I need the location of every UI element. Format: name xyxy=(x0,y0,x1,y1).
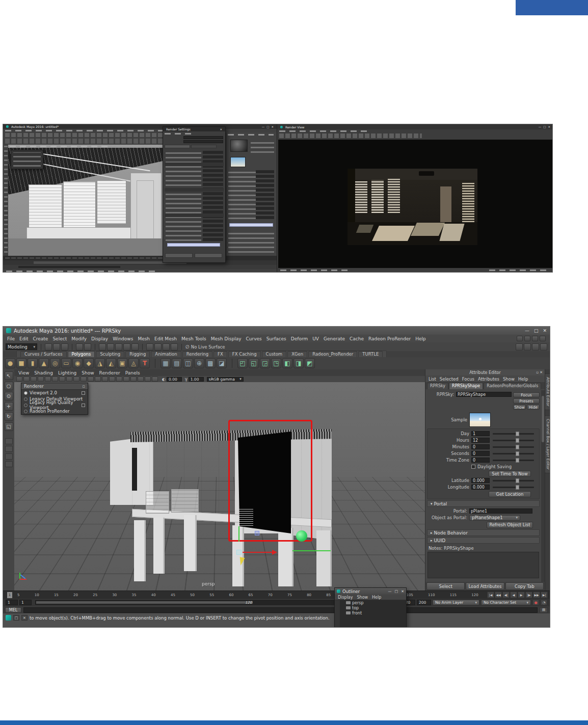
section-header-placeholder[interactable] xyxy=(165,163,224,166)
viewport-toolbar-icon[interactable] xyxy=(81,377,87,382)
render-using-field[interactable] xyxy=(183,140,223,143)
menu-item[interactable]: Surfaces xyxy=(266,336,286,341)
time-slider-placeholder[interactable] xyxy=(3,256,277,260)
column[interactable] xyxy=(134,520,146,581)
section-header-placeholder[interactable] xyxy=(165,213,224,217)
menu-item[interactable]: Modify xyxy=(71,336,87,341)
viewport-toolbar-icon[interactable] xyxy=(45,377,51,382)
refresh-object-list-button[interactable]: Refresh Object List xyxy=(487,522,533,528)
show-button[interactable]: Show xyxy=(513,405,526,410)
playback-button[interactable]: ▶▶ xyxy=(533,592,540,598)
window-controls[interactable]: —□✕ xyxy=(539,125,550,128)
outliner-titlebar[interactable]: Outliner —□✕ xyxy=(335,588,406,595)
tool-icon[interactable]: ↖ xyxy=(5,371,13,380)
shelf-icon[interactable]: ▣ xyxy=(117,358,127,368)
shelf-icon[interactable]: ■ xyxy=(16,358,26,368)
cabinet[interactable] xyxy=(97,180,126,224)
shelf-icon[interactable]: ▩ xyxy=(205,358,216,368)
outliner-menu-item[interactable]: Display xyxy=(338,595,353,600)
tab-radeonprorenderglobals[interactable]: RadeonProRenderGlobals xyxy=(484,383,541,389)
attribute-slider[interactable] xyxy=(493,433,534,435)
manipulator-y-axis[interactable] xyxy=(238,526,239,542)
menu-item[interactable]: Cache xyxy=(350,336,364,341)
viewport-toolbar-icon[interactable] xyxy=(88,377,94,382)
shelf-icon[interactable]: ◲ xyxy=(260,358,270,368)
playback-start-field[interactable]: 1 xyxy=(19,600,32,605)
viewport[interactable] xyxy=(8,145,164,256)
command-line-placeholder[interactable] xyxy=(3,265,277,269)
playback-button[interactable]: ◀◀ xyxy=(495,592,502,598)
shelf-icon[interactable]: ◪ xyxy=(217,358,227,368)
shelf-tab[interactable]: Custom xyxy=(262,351,287,357)
panel-header-buttons[interactable]: ▫ ✕ xyxy=(536,370,543,374)
cabinet[interactable] xyxy=(63,181,96,229)
shelf-icon[interactable]: ◩ xyxy=(305,358,315,368)
viewport-toolbar-icon[interactable] xyxy=(16,377,22,382)
attribute-slider[interactable] xyxy=(493,480,534,481)
window-controls[interactable]: —□✕ xyxy=(262,125,274,128)
character-set-dropdown[interactable]: No Character Set▾ xyxy=(481,600,531,605)
viewport-toolbar-icon[interactable] xyxy=(95,377,101,382)
daylight-saving-checkbox[interactable] xyxy=(471,465,475,469)
load-attributes-button[interactable]: Load Attributes xyxy=(466,582,504,590)
tab-rprskyshape[interactable]: RPRSkyShape xyxy=(449,383,483,389)
playback-button[interactable]: ◀| xyxy=(502,592,510,598)
statusline-icon[interactable] xyxy=(154,343,162,351)
layout-button[interactable] xyxy=(5,461,13,467)
menubar-icon[interactable] xyxy=(524,336,530,341)
object-as-portal-dropdown[interactable]: pPlaneShape1▾ xyxy=(469,515,520,521)
shelf-icon[interactable]: ◳ xyxy=(271,358,281,368)
menu-item[interactable]: Windows xyxy=(113,336,133,341)
menu-item[interactable]: Display xyxy=(91,336,108,341)
attribute-slider[interactable] xyxy=(493,453,534,454)
shelf-icon[interactable]: ◧ xyxy=(282,358,292,368)
attribute-value-field[interactable]: 0 xyxy=(471,458,490,463)
viewport-toolbar-icon[interactable] xyxy=(145,377,151,382)
shelf-icon[interactable]: ◎ xyxy=(50,358,60,368)
menubar-icon[interactable] xyxy=(540,336,546,341)
menu-item[interactable]: File xyxy=(7,336,15,341)
gamma-field[interactable]: 1.00 xyxy=(189,377,204,382)
attribute-value-field[interactable]: 0.000 xyxy=(471,478,490,483)
viewport-toolbar-icon[interactable] xyxy=(73,377,79,382)
sphere-object[interactable] xyxy=(296,530,307,542)
shelf-icon[interactable]: ◮ xyxy=(95,358,105,368)
attribute-value-field[interactable]: 0 xyxy=(471,451,490,456)
menubar-icon[interactable] xyxy=(532,336,538,341)
statusline-icon[interactable] xyxy=(107,343,114,351)
slider-handle[interactable] xyxy=(516,451,519,456)
shelf-icon[interactable]: ◰ xyxy=(237,358,248,368)
manipulator-x-arrowhead[interactable] xyxy=(272,550,277,555)
attribute-editor-menu-item[interactable]: Help xyxy=(518,377,528,382)
shelf-icon[interactable]: ◆ xyxy=(84,358,94,368)
outliner-menu-item[interactable]: Show xyxy=(357,595,368,600)
shelf-unit[interactable] xyxy=(171,489,199,513)
animation-end-field[interactable]: 200 xyxy=(417,600,431,605)
color-field[interactable] xyxy=(229,223,273,227)
panel-menu-item[interactable]: Renderer xyxy=(99,370,120,375)
button-placeholder[interactable] xyxy=(195,253,222,258)
menu-item[interactable]: Create xyxy=(33,336,48,341)
focus-button[interactable]: Focus xyxy=(513,392,540,397)
command-input[interactable] xyxy=(23,607,538,613)
channel-box-side-tab[interactable]: Channel Box / Layer Editor xyxy=(545,415,550,473)
tab-rprsky[interactable]: RPRSky xyxy=(427,383,448,389)
slider-handle[interactable] xyxy=(516,485,519,490)
statusline-icon[interactable] xyxy=(45,343,52,351)
attribute-value-field[interactable]: 12 xyxy=(471,438,490,443)
tool-icon[interactable]: ↻ xyxy=(5,412,13,421)
portal-field[interactable]: pPlane1 xyxy=(469,508,532,514)
playback-button[interactable]: |◀ xyxy=(487,592,494,598)
shelf-icon[interactable]: ◨ xyxy=(293,358,304,368)
shelf-icon[interactable]: ● xyxy=(5,358,15,368)
menu-set-dropdown[interactable]: Modeling▾ xyxy=(6,343,37,350)
sidebar-toggle-icon[interactable] xyxy=(524,343,531,351)
sidebar-toggle-icon[interactable] xyxy=(540,343,547,351)
menu-item[interactable]: Radeon ProRender xyxy=(368,336,411,341)
shelf-unit[interactable] xyxy=(146,491,169,514)
presets-button[interactable]: Presets xyxy=(513,398,540,404)
playback-button[interactable]: ▶| xyxy=(541,592,548,598)
viewport-toolbar-icon[interactable] xyxy=(109,377,115,382)
panel-menu-item[interactable]: Lighting xyxy=(58,370,76,375)
menu-item[interactable]: Edit Mesh xyxy=(154,336,177,341)
